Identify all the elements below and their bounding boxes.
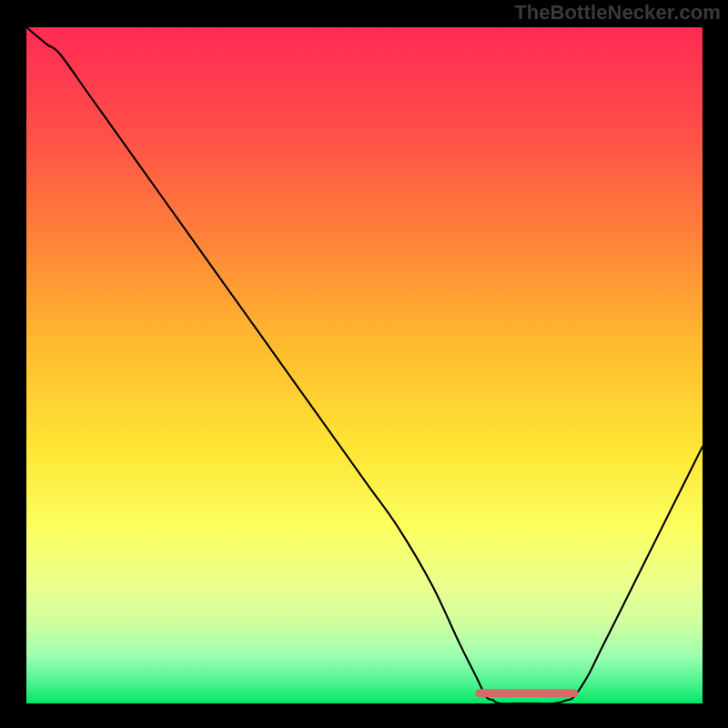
plot-area [26, 27, 703, 703]
chart-frame: TheBottleNecker.com [0, 0, 728, 728]
chart-svg [26, 27, 703, 703]
attribution-label: TheBottleNecker.com [514, 1, 721, 25]
curve-path [26, 27, 703, 703]
